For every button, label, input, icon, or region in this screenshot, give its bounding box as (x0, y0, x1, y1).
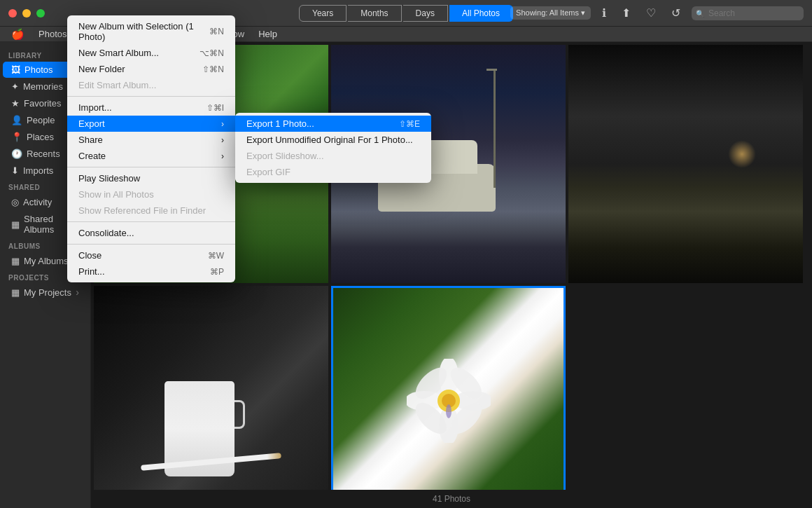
export-arrow: › (221, 119, 224, 129)
new-smart-album-shortcut: ⌥⌘N (200, 48, 224, 58)
sidebar-item-shared-albums-label: Shared Albums (24, 214, 71, 235)
menu-show-in-all-photos: Show in All Photos (67, 186, 235, 202)
flower-svg (407, 359, 491, 443)
print-shortcut: ⌘P (210, 267, 224, 277)
rotate-button[interactable]: ↺ (667, 5, 685, 21)
photo-count: 41 Photos (91, 490, 812, 508)
my-projects-icon: ▦ (11, 287, 20, 298)
close-button[interactable] (8, 9, 17, 18)
activity-icon: ◎ (11, 197, 19, 207)
search-wrapper (692, 6, 804, 20)
tab-days[interactable]: Days (403, 5, 448, 22)
sidebar-item-favorites-label: Favorites (24, 98, 61, 109)
photo-cell-alley[interactable] (568, 45, 803, 283)
favorites-icon: ★ (11, 98, 20, 109)
showing-badge[interactable]: Showing: All Items ▾ (510, 6, 591, 20)
menu-consolidate[interactable]: Consolidate... (67, 225, 235, 241)
photos-icon: 🖼 (11, 64, 20, 75)
sidebar-item-photos-label: Photos (24, 64, 52, 75)
menu-play-slideshow[interactable]: Play Slideshow (67, 170, 235, 186)
menu-close[interactable]: Close ⌘W (67, 247, 235, 263)
share-button[interactable]: ⬆ (617, 5, 635, 21)
menu-new-folder[interactable]: New Folder ⇧⌘N (67, 61, 235, 77)
sidebar-item-memories-label: Memories (23, 81, 63, 92)
apple-menu[interactable]: 🍎 (4, 27, 31, 42)
svg-point-10 (446, 404, 451, 418)
submenu-export-photo[interactable]: Export 1 Photo... ⇧⌘E (235, 116, 431, 132)
tab-months[interactable]: Months (348, 5, 401, 22)
menu-edit-smart-album: Edit Smart Album... (67, 77, 235, 93)
export-slideshow-label: Export Slideshow... (246, 151, 324, 161)
export-gif-label: Export GIF (246, 167, 290, 177)
close-shortcut: ⌘W (208, 251, 224, 261)
memories-icon: ✦ (11, 81, 19, 92)
imports-icon: ⬇ (11, 165, 19, 176)
play-slideshow-label: Play Slideshow (78, 173, 140, 184)
show-referenced-label: Show Referenced File in Finder (78, 205, 206, 216)
mug-handle (234, 400, 245, 429)
sidebar-item-recents-label: Recents (27, 149, 60, 159)
sidebar-item-places-label: Places (27, 132, 54, 142)
close-label: Close (78, 250, 102, 261)
export-submenu: Export 1 Photo... ⇧⌘E Export Unmodified … (235, 113, 431, 183)
street-light (493, 69, 496, 188)
menu-create[interactable]: Create › (67, 148, 235, 164)
info-button[interactable]: ℹ (598, 5, 610, 21)
menu-print[interactable]: Print... ⌘P (67, 263, 235, 280)
separator-4 (67, 244, 235, 245)
menu-help[interactable]: Help (251, 27, 284, 41)
my-albums-icon: ▦ (11, 256, 20, 266)
sidebar-item-my-albums-label: My Albums (24, 256, 69, 266)
new-album-selection-label: New Album with Selection (1 Photo) (78, 21, 209, 42)
file-menu: New Album with Selection (1 Photo) ⌘N Ne… (67, 15, 235, 282)
traffic-lights (8, 9, 45, 18)
separator-3 (67, 221, 235, 222)
new-album-selection-shortcut: ⌘N (209, 27, 224, 36)
edit-smart-album-label: Edit Smart Album... (78, 80, 156, 90)
alley-light (728, 140, 756, 168)
tab-all-photos[interactable]: All Photos (449, 5, 513, 22)
sidebar-item-people-label: People (27, 115, 55, 125)
menu-new-album-selection[interactable]: New Album with Selection (1 Photo) ⌘N (67, 18, 235, 45)
print-label: Print... (78, 266, 105, 277)
import-label: Import... (78, 102, 112, 113)
minimize-button[interactable] (22, 9, 31, 18)
places-icon: 📍 (11, 132, 22, 142)
menu-share[interactable]: Share › (67, 132, 235, 148)
new-smart-album-label: New Smart Album... (78, 48, 159, 58)
consolidate-label: Consolidate... (78, 228, 134, 238)
export-label: Export (78, 118, 105, 129)
sidebar-item-imports-label: Imports (23, 165, 53, 176)
export-photo-label: Export 1 Photo... (246, 118, 314, 129)
menu-new-smart-album[interactable]: New Smart Album... ⌥⌘N (67, 45, 235, 61)
photo-cell-flower[interactable] (331, 286, 566, 490)
export-unmodified-label: Export Unmodified Original For 1 Photo..… (246, 135, 413, 145)
favorite-button[interactable]: ♡ (642, 5, 660, 21)
import-shortcut: ⇧⌘I (206, 103, 224, 113)
titlebar-right: Showing: All Items ▾ ℹ ⬆ ♡ ↺ (510, 5, 804, 21)
submenu-export-slideshow: Export Slideshow... (235, 148, 431, 164)
sidebar-item-activity-label: Activity (23, 197, 52, 207)
separator-2 (67, 167, 235, 167)
new-folder-shortcut: ⇧⌘N (202, 64, 224, 74)
shared-albums-icon: ▦ (11, 219, 20, 230)
create-label: Create (78, 151, 106, 161)
submenu-export-unmodified[interactable]: Export Unmodified Original For 1 Photo..… (235, 132, 431, 148)
create-arrow: › (221, 151, 224, 161)
new-folder-label: New Folder (78, 64, 125, 74)
photo-cell-mug[interactable] (94, 286, 328, 490)
sidebar-item-my-projects[interactable]: ▦ My Projects (3, 284, 88, 301)
menu-show-referenced: Show Referenced File in Finder (67, 202, 235, 219)
share-label: Share (78, 135, 103, 145)
submenu-export-gif: Export GIF (235, 164, 431, 180)
separator-1 (67, 96, 235, 97)
menu-export[interactable]: Export › Export 1 Photo... ⇧⌘E Export Un… (67, 116, 235, 132)
search-input[interactable] (692, 6, 804, 20)
maximize-button[interactable] (36, 9, 45, 18)
menu-import[interactable]: Import... ⇧⌘I (67, 99, 235, 116)
tab-bar: Years Months Days All Photos (299, 5, 513, 22)
recents-icon: 🕐 (11, 149, 22, 159)
export-photo-shortcut: ⇧⌘E (399, 119, 420, 129)
tab-years[interactable]: Years (299, 5, 346, 22)
show-in-all-photos-label: Show in All Photos (78, 189, 154, 200)
